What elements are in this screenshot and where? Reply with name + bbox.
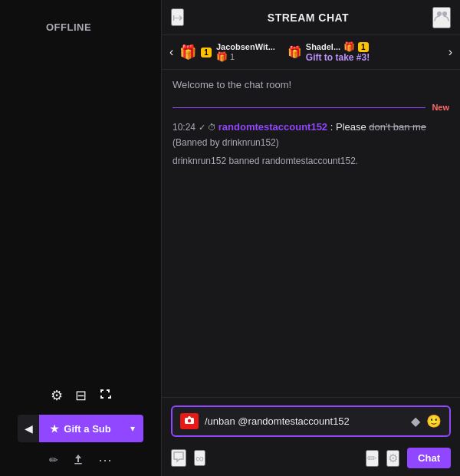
clock-icon: ⏱: [208, 123, 219, 132]
banner-cards: 🎁 1 JacobsenWit... 🎁 1 🎁 Shadel... 🎁: [179, 41, 442, 63]
chat-send-button[interactable]: Chat: [407, 448, 451, 468]
msg-text-paren: (Banned by drinknrun152): [172, 137, 279, 148]
emoji-icon-btn[interactable]: 🙂: [426, 414, 442, 428]
gift-sub-dropdown-btn[interactable]: ▾: [122, 415, 143, 442]
welcome-message: Welcome to the chat room!: [172, 79, 449, 90]
chat-messages: Welcome to the chat room! New 10:24 ✓ ⏱ …: [162, 70, 460, 397]
bottom-icons-row: ⚙ ⊟: [51, 387, 111, 404]
badge-num-2: 1: [358, 42, 369, 52]
gift-emoji-2: 🎁: [288, 45, 302, 59]
msg-text-strike: don't ban me: [369, 121, 426, 133]
infinity-icon-btn[interactable]: ∞: [194, 450, 205, 466]
chevron-down-icon: ▾: [130, 423, 135, 434]
gift-icon-small-1: 🎁: [216, 51, 228, 62]
new-label: New: [432, 103, 449, 112]
layout-icon-btn[interactable]: ⊟: [75, 387, 87, 404]
banner-card-1: 🎁 1 JacobsenWit... 🎁 1: [179, 41, 274, 63]
chat-header-left: ↦: [171, 8, 184, 26]
svg-rect-0: [74, 463, 82, 465]
gift-sub-bar: ◀ ★ Gift a Sub ▾: [18, 415, 143, 442]
chat-footer: ∞ ✏ ⚙ Chat: [162, 443, 460, 476]
settings-icon-btn[interactable]: ⚙: [51, 387, 63, 404]
diamond-icon: ◆: [411, 415, 420, 428]
divider-line: [172, 107, 426, 108]
chat-footer-chat-icon[interactable]: [171, 449, 186, 467]
footer-pencil-icon: ✏: [367, 451, 377, 465]
diamond-icon-btn[interactable]: ◆: [411, 414, 420, 428]
gift-to-take-label: Gift to take #3!: [306, 52, 370, 63]
action-icons-row: ✏ ⋯: [49, 451, 112, 468]
gift-sub-arrow-btn[interactable]: ◀: [18, 415, 39, 442]
pencil-icon-btn[interactable]: ✏: [49, 454, 58, 466]
card2-info: Shadel... 🎁 1 Gift to take #3!: [306, 41, 370, 63]
card2-username: Shadel...: [306, 42, 340, 51]
users-icon-btn[interactable]: [432, 7, 451, 28]
fullscreen-icon: [99, 388, 111, 404]
banner-prev-btn[interactable]: ‹: [166, 44, 176, 61]
footer-settings-icon-btn[interactable]: ⚙: [386, 450, 399, 467]
chevron-right-icon: ›: [449, 45, 452, 58]
camera-icon: [180, 413, 199, 429]
gift-icon-small-2: 🎁: [343, 41, 355, 52]
system-message: drinknrun152 banned randomtestaccount152…: [172, 156, 449, 166]
upload-icon-btn[interactable]: [72, 453, 84, 468]
check-icon: ✓: [199, 123, 208, 132]
fullscreen-icon-btn[interactable]: [99, 388, 111, 404]
pencil-icon: ✏: [49, 454, 58, 466]
arrow-left-icon: ◀: [25, 422, 33, 435]
footer-left: ∞: [171, 449, 205, 467]
chat-panel: ↦ STREAM CHAT ‹ 🎁 1 Jaco: [161, 0, 460, 476]
left-panel: OFFLINE ⚙ ⊟ ◀ ★ Gift a Sub ▾ ✏: [0, 0, 161, 476]
settings-icon: ⚙: [51, 387, 63, 404]
popout-icon: ↦: [172, 11, 182, 24]
footer-right: ✏ ⚙ Chat: [366, 448, 451, 468]
banner-card-2: 🎁 Shadel... 🎁 1 Gift to take #3!: [288, 41, 370, 63]
msg-text-normal: : Please: [330, 121, 370, 133]
card1-count: 1: [230, 52, 235, 61]
gift-sub-button[interactable]: ★ Gift a Sub: [39, 415, 121, 442]
card1-username: JacobsenWit...: [216, 42, 275, 51]
more-icon-btn[interactable]: ⋯: [98, 451, 112, 468]
msg-username[interactable]: randomtestaccount152: [219, 121, 327, 133]
card1-info: JacobsenWit... 🎁 1: [216, 42, 275, 62]
gift-banner: ‹ 🎁 1 JacobsenWit... 🎁 1 🎁 Shadel...: [162, 35, 460, 70]
svg-point-2: [442, 11, 447, 16]
msg-time: 10:24: [172, 122, 196, 133]
chat-input-box: /unban @randomtestaccount152 ◆ 🙂: [171, 405, 451, 437]
chat-header: ↦ STREAM CHAT: [162, 0, 460, 35]
upload-icon: [72, 453, 84, 468]
chat-message-1: 10:24 ✓ ⏱ randomtestaccount152 : Please …: [172, 120, 449, 149]
badge-num-1: 1: [201, 48, 212, 57]
card1-gift-badge: 🎁 1: [216, 51, 275, 62]
footer-settings-icon: ⚙: [388, 451, 398, 465]
gift-emoji-1: 🎁: [179, 44, 196, 61]
chat-input-area: /unban @randomtestaccount152 ◆ 🙂: [162, 397, 460, 443]
svg-point-4: [188, 419, 191, 422]
chat-title: STREAM CHAT: [268, 11, 349, 24]
gift-sub-label: Gift a Sub: [64, 423, 110, 435]
footer-pencil-icon-btn[interactable]: ✏: [366, 450, 379, 467]
infinity-icon: ∞: [196, 451, 204, 465]
new-messages-divider: New: [172, 103, 449, 112]
svg-point-1: [437, 11, 442, 16]
chevron-left-icon: ‹: [169, 45, 173, 58]
banner-next-btn[interactable]: ›: [445, 44, 455, 61]
users-icon: [434, 13, 449, 26]
emoji-icon: 🙂: [426, 415, 442, 428]
star-icon: ★: [50, 423, 59, 435]
offline-label: OFFLINE: [46, 21, 91, 33]
chat-input-value[interactable]: /unban @randomtestaccount152: [205, 415, 405, 427]
layout-icon: ⊟: [75, 387, 87, 404]
popout-icon-btn[interactable]: ↦: [171, 8, 184, 26]
more-icon: ⋯: [98, 451, 112, 468]
